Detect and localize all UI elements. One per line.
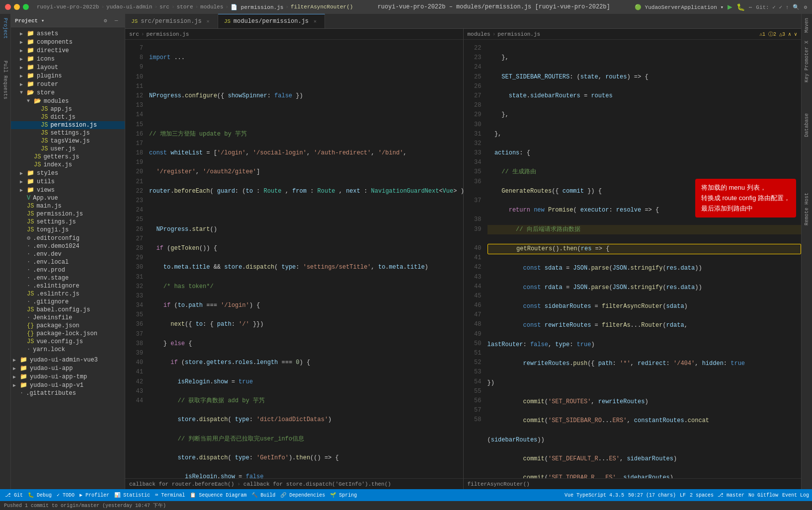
tree-item-settings-root-js[interactable]: ▶ JS settings.js <box>11 218 125 226</box>
nav-src[interactable]: src <box>160 4 169 10</box>
remote-host-label[interactable]: Remote Host <box>804 193 810 225</box>
tree-item-jenkinsfile[interactable]: ▶ · Jenkinsfile <box>11 314 125 322</box>
status-bar: ⎇ Git 🐛 Debug ✓ TODO ▶ Profiler 📊 Statis… <box>0 489 812 501</box>
tree-item-yudao-vue3[interactable]: ▶ 📁 yudao-ui-admin-vue3 <box>11 356 125 364</box>
maximize-button[interactable] <box>23 4 29 10</box>
tab-right[interactable]: JS modules/permission.js ✕ <box>218 14 325 28</box>
tree-item-main-js[interactable]: ▶ JS main.js <box>11 202 125 210</box>
right-code-container[interactable]: 2223242526272829303132333435363738394041… <box>464 40 802 478</box>
left-code-content[interactable]: import ... NProgress.configure({ showSpi… <box>145 40 463 478</box>
status-statistic[interactable]: 📊 Statistic <box>112 492 152 498</box>
tree-item-env-dev[interactable]: ▶ · .env.dev <box>11 250 125 258</box>
right-line-numbers: 2223242526272829303132333435363738394041… <box>464 40 484 478</box>
run-config[interactable]: 🟢 YudaoServerApplication ▾ <box>635 4 724 10</box>
tree-item-views[interactable]: ▶ 📁 views <box>11 186 125 194</box>
tree-item-vue-config[interactable]: ▶ JS vue.config.js <box>11 338 125 346</box>
tree-item-layout[interactable]: ▶ 📁 layout <box>11 63 125 72</box>
tree-item-env-prod[interactable]: ▶ · .env.prod <box>11 266 125 274</box>
tab-right-close[interactable]: ✕ <box>312 18 319 25</box>
nav-modules[interactable]: modules <box>200 4 223 10</box>
tree-item-permission-root-js[interactable]: ▶ JS permission.js <box>11 210 125 218</box>
toolbar-more[interactable]: ⋯ <box>749 4 752 10</box>
search-btn[interactable]: 🔍 <box>793 4 800 10</box>
left-code-container[interactable]: 7891011121314151617181920212223242526272… <box>125 40 463 478</box>
tree-item-yudao-app-tmp[interactable]: ▶ 📁 yudao-ui-app-tmp <box>11 372 125 381</box>
status-eventlog[interactable]: Event Log <box>782 493 809 498</box>
tree-item-permission-js[interactable]: ▶ JS permission.js <box>11 121 125 129</box>
tree-item-directive[interactable]: ▶ 📁 directive <box>11 46 125 55</box>
database-label[interactable]: Database <box>804 113 810 137</box>
tab-left-close[interactable]: ✕ <box>205 18 212 25</box>
right-code-content[interactable]: }, SET_SIDEBAR_ROUTERS: (state, routes) … <box>484 40 802 478</box>
tree-item-dict-js[interactable]: ▶ JS dict.js <box>11 113 125 121</box>
status-deps[interactable]: 🔗 Dependencies <box>278 492 327 498</box>
tree-item-user-js[interactable]: ▶ JS user.js <box>11 145 125 153</box>
run-btn[interactable]: ▶ <box>728 2 732 12</box>
main-area: Project Pull Requests Project ▾ ⚙ — ▶ 📁 … <box>0 14 812 489</box>
nav-file[interactable]: 📄 permission.js <box>231 4 283 10</box>
status-spring[interactable]: 🌱 Spring <box>328 492 359 498</box>
tree-item-app-js[interactable]: ▶ JS app.js <box>11 105 125 113</box>
nav-function[interactable]: filterAsyncRouter() <box>291 4 353 10</box>
tree-item-eslintrc[interactable]: ▶ JS .eslintrc.js <box>11 290 125 298</box>
right-footer-text: filterAsyncRouter() <box>468 481 530 487</box>
status-build[interactable]: 🔨 Build <box>249 492 277 498</box>
tree-item-env-demo[interactable]: ▶ · .env.demo1024 <box>11 242 125 250</box>
tree-item-settings-js[interactable]: ▶ JS settings.js <box>11 129 125 137</box>
tree-item-babel[interactable]: ▶ JS babel.config.js <box>11 306 125 314</box>
tree-item-plugins[interactable]: ▶ 📁 plugins <box>11 72 125 80</box>
split-editor: src› permission.js 789101112131415161718… <box>125 29 801 489</box>
tree-item-editorconfig[interactable]: ▶ ⚙ .editorconfig <box>11 234 125 242</box>
tree-item-components[interactable]: ▶ 📁 components <box>11 38 125 46</box>
tree-item-gitattributes[interactable]: ▶ · .gitattributes <box>11 389 125 397</box>
tree-item-eslintignore[interactable]: ▶ · .eslintignore <box>11 282 125 290</box>
project-label[interactable]: Project <box>2 18 8 39</box>
tree-item-env-stage[interactable]: ▶ · .env.stage <box>11 274 125 282</box>
tree-item-utils[interactable]: ▶ 📁 utils <box>11 177 125 186</box>
traffic-lights <box>5 4 29 10</box>
pull-requests-label[interactable]: Pull Requests <box>2 61 8 99</box>
nav-store[interactable]: store <box>176 4 193 10</box>
git-label: Git: ✓ ✓ ↑ <box>756 4 789 10</box>
status-no-gitflow[interactable]: No Gitflow <box>748 493 778 498</box>
debug-btn[interactable]: 🐛 <box>736 3 745 11</box>
nav-project[interactable]: ruoyi-vue-pro-2022b <box>37 4 99 10</box>
status-terminal[interactable]: ⌨ Terminal <box>153 492 187 498</box>
status-profiler[interactable]: ▶ Profiler <box>78 492 111 498</box>
maven-label[interactable]: Maven <box>804 18 810 33</box>
tree-item-getters-js[interactable]: ▶ JS getters.js <box>11 153 125 161</box>
tree-item-yudao-app[interactable]: ▶ 📁 yudao-ui-app <box>11 364 125 372</box>
tree-item-tagsview-js[interactable]: ▶ JS tagsView.js <box>11 137 125 145</box>
panel-collapse-icon[interactable]: — <box>112 16 121 25</box>
key-promoter-label[interactable]: Key Promoter X <box>804 41 810 82</box>
tree-item-modules[interactable]: ▼ 📂 modules <box>11 97 125 105</box>
editor-area: JS src/permission.js ✕ JS modules/permis… <box>125 14 801 489</box>
close-button[interactable] <box>5 4 11 10</box>
tree-item-router[interactable]: ▶ 📁 router <box>11 80 125 88</box>
tree-item-index-js[interactable]: ▶ JS index.js <box>11 161 125 169</box>
tab-left[interactable]: JS src/permission.js ✕ <box>125 14 218 28</box>
status-todo[interactable]: ✓ TODO <box>55 492 77 498</box>
status-git[interactable]: ⎇ Git <box>3 492 25 498</box>
tree-item-env-local[interactable]: ▶ · .env.local <box>11 258 125 266</box>
tree-item-app-vue[interactable]: ▶ V App.vue <box>11 194 125 202</box>
tree-item-package-lock[interactable]: ▶ {} package-lock.json <box>11 330 125 338</box>
panel-settings-icon[interactable]: ⚙ <box>101 16 110 25</box>
tree-item-icons[interactable]: ▶ 📁 icons <box>11 55 125 63</box>
tree-item-styles[interactable]: ▶ 📁 styles <box>11 169 125 177</box>
tree-item-yarn-lock[interactable]: ▶ · yarn.lock <box>11 346 125 354</box>
status-branch[interactable]: ⎇ master <box>718 492 744 498</box>
breadcrumb-nav: ruoyi-vue-pro-2022b › yudao-ui-admin › s… <box>37 4 353 10</box>
tree-item-package-json[interactable]: ▶ {} package.json <box>11 322 125 330</box>
tree-item-tongji-js[interactable]: ▶ JS tongji.js <box>11 226 125 234</box>
status-sequence[interactable]: 📋 Sequence Diagram <box>188 492 248 498</box>
tree-item-assets[interactable]: ▶ 📁 assets <box>11 29 125 38</box>
settings-btn[interactable]: ⚙ <box>804 4 807 10</box>
tree-item-gitignore[interactable]: ▶ · .gitignore <box>11 298 125 306</box>
tree-item-store[interactable]: ▼ 📂 store <box>11 88 125 97</box>
status-language: Vue TypeScript 4.3.5 <box>565 493 624 498</box>
tree-item-yudao-app-v1[interactable]: ▶ 📁 yudao-ui-app-v1 <box>11 381 125 389</box>
minimize-button[interactable] <box>14 4 20 10</box>
status-debug[interactable]: 🐛 Debug <box>26 492 54 498</box>
nav-admin[interactable]: yudao-ui-admin <box>106 4 152 10</box>
